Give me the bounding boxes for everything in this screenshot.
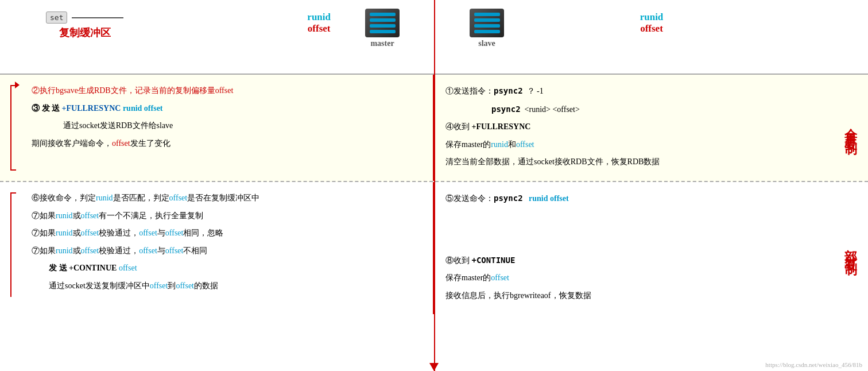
full-left-content: ②执行bgsave生成RDB文件，记录当前的复制偏移量offset ③ 发 送 …: [0, 75, 434, 181]
main-container: set 复制缓冲区 runid offset master: [0, 0, 868, 371]
full-left-line3: 通过socket发送RDB文件给slave: [32, 118, 421, 134]
partial-left-line6: 通过socket发送复制缓冲区中offset到offset的数据: [32, 279, 421, 294]
partial-side-label-container: 部分复制: [834, 182, 868, 314]
header-divider: [434, 0, 435, 75]
right-header: slave runid offset: [434, 0, 868, 74]
right-runid-offset: runid offset: [640, 11, 664, 34]
full-right-content: ①发送指令：psync2 ？ -1 psync2 <runid> <offset…: [434, 75, 834, 181]
partial-right-line3: 保存master的offset: [445, 270, 822, 286]
partial-left-line5: 发 送 +CONTINUE offset: [32, 261, 421, 276]
partial-left-line1: ⑥接收命令，判定runid是否匹配，判定offset是否在复制缓冲区中: [32, 191, 421, 206]
partial-left-content: ⑥接收命令，判定runid是否匹配，判定offset是否在复制缓冲区中 ⑦如果r…: [0, 182, 434, 314]
full-replication-row: ②执行bgsave生成RDB文件，记录当前的复制偏移量offset ③ 发 送 …: [0, 75, 868, 182]
header-area: set 复制缓冲区 runid offset master: [0, 0, 868, 75]
full-right-line5: 清空当前全部数据，通过socket接收RDB文件，恢复RDB数据: [445, 154, 822, 170]
full-right-line3: ④收到 +FULLRESYNC: [445, 119, 822, 135]
full-left-line2: ③ 发 送 +FULLRESYNC runid offset: [32, 101, 421, 117]
right-offset-label: offset: [640, 23, 663, 34]
left-bracket: [10, 82, 20, 174]
left-offset-label: offset: [308, 23, 331, 34]
partial-right-content: ⑤发送命令：psync2 runid offset ⑧收到 +CONTINUE …: [434, 182, 834, 314]
partial-left-line2: ⑦如果runid或offset有一个不满足，执行全量复制: [32, 208, 421, 224]
partial-right-line2: ⑧收到 +CONTINUE: [445, 253, 822, 269]
partial-side-label: 部分复制: [842, 239, 859, 257]
partial-right-line1: ⑤发送命令：psync2 runid offset: [445, 191, 822, 207]
master-block: master: [365, 9, 400, 48]
full-left-line4: 期间接收客户端命令，offset发生了变化: [32, 136, 421, 152]
left-runid-offset: runid offset: [307, 11, 331, 34]
partial-left-line3: ⑦如果runid或offset校验通过，offset与offset相同，忽略: [32, 226, 421, 241]
buffer-label: 复制缓冲区: [59, 26, 111, 40]
partial-left-line4: ⑦如果runid或offset校验通过，offset与offset不相同: [32, 244, 421, 259]
full-side-label-container: 全量复制: [834, 75, 868, 181]
slave-block: slave: [470, 9, 504, 48]
full-right-line2: psync2 <runid> <offset>: [445, 102, 822, 118]
partial-replication-row: ⑥接收命令，判定runid是否匹配，判定offset是否在复制缓冲区中 ⑦如果r…: [0, 182, 868, 314]
partial-right-line4: 接收信息后，执行bgrewriteaof，恢复数据: [445, 288, 822, 304]
watermark: https://blog.csdn.net/weixiao_456/81b: [765, 361, 862, 368]
full-right-line4: 保存master的runid和offset: [445, 137, 822, 153]
set-button[interactable]: set: [46, 11, 67, 24]
full-left-line1: ②执行bgsave生成RDB文件，记录当前的复制偏移量offset: [32, 83, 421, 99]
full-side-label: 全量复制: [842, 118, 859, 137]
master-icon: [365, 9, 400, 37]
full-right-line1: ①发送指令：psync2 ？ -1: [445, 83, 822, 99]
left-runid-label: runid: [307, 11, 331, 23]
set-area: set 复制缓冲区: [46, 11, 123, 40]
master-label: master: [370, 39, 394, 48]
right-runid-label: runid: [640, 11, 664, 23]
arrow-down: [429, 363, 439, 371]
partial-left-bracket: [10, 189, 20, 297]
slave-label: slave: [478, 39, 495, 48]
slave-icon: [470, 9, 504, 37]
left-header: set 复制缓冲区 runid offset master: [0, 0, 434, 74]
